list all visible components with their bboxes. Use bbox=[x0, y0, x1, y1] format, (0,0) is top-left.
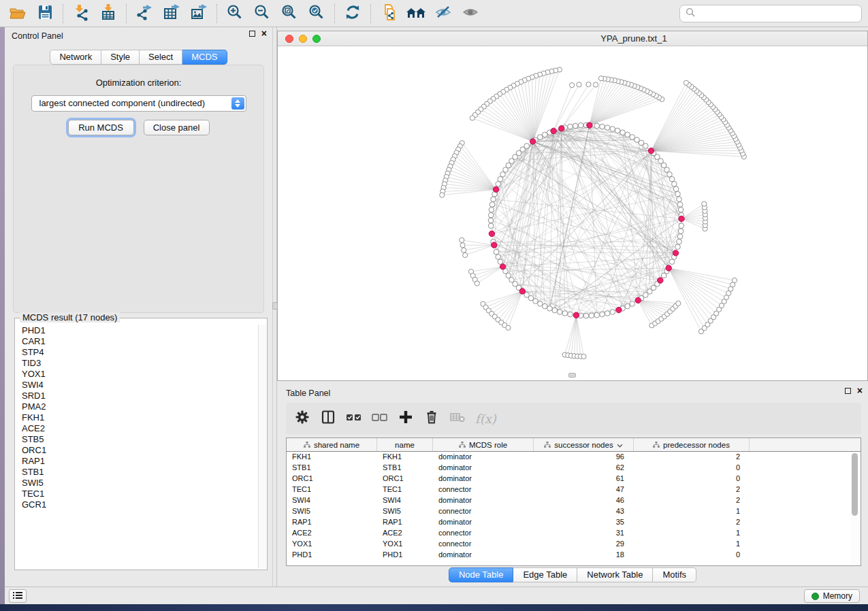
mcds-result-item[interactable]: CAR1 bbox=[22, 336, 258, 347]
close-panel-icon[interactable]: × bbox=[857, 388, 863, 394]
float-panel-icon[interactable] bbox=[845, 388, 851, 394]
optimization-criterion-dropdown[interactable]: largest connected component (undirected) bbox=[31, 95, 246, 112]
import-table-button[interactable] bbox=[95, 3, 122, 24]
mcds-result-item[interactable]: STB5 bbox=[22, 434, 258, 445]
delete-table-button[interactable] bbox=[449, 410, 466, 427]
cell-predecessor_nodes: 2 bbox=[634, 452, 750, 463]
table-settings-button[interactable] bbox=[294, 410, 310, 427]
mcds-result-item[interactable]: RAP1 bbox=[22, 456, 258, 467]
cell-predecessor_nodes: 0 bbox=[634, 550, 750, 561]
zoom-selected-button[interactable] bbox=[303, 3, 330, 24]
table-scrollbar[interactable] bbox=[850, 452, 859, 564]
table-row[interactable]: FKH1FKH1dominator962 bbox=[287, 452, 861, 463]
column-type-icon bbox=[653, 441, 660, 449]
table-row[interactable]: RAP1RAP1dominator352 bbox=[287, 517, 861, 528]
export-image-button[interactable] bbox=[185, 3, 212, 24]
show-hide-columns-button[interactable] bbox=[320, 410, 336, 427]
mcds-result-item[interactable]: PMA2 bbox=[22, 401, 258, 412]
delete-column-button[interactable] bbox=[423, 410, 440, 427]
table-scrollbar-thumb[interactable] bbox=[852, 453, 858, 516]
mcds-result-item[interactable]: ORC1 bbox=[22, 445, 258, 456]
export-table-button[interactable] bbox=[158, 3, 185, 24]
mcds-result-item[interactable]: SWI4 bbox=[22, 380, 258, 391]
show-all-button[interactable] bbox=[457, 3, 484, 24]
memory-status-icon bbox=[811, 593, 819, 600]
tab-edge-table[interactable]: Edge Table bbox=[513, 567, 577, 582]
mcds-result-scrollbar[interactable] bbox=[258, 325, 266, 569]
select-all-button[interactable] bbox=[346, 410, 362, 427]
node-table[interactable]: shared namenameMCDS rolesuccessor nodesp… bbox=[286, 437, 861, 566]
first-neighbors-button[interactable] bbox=[402, 3, 430, 24]
column-header-MCDS-role[interactable]: MCDS role bbox=[433, 438, 534, 451]
mcds-result-item[interactable]: TEC1 bbox=[22, 489, 258, 499]
tab-style[interactable]: Style bbox=[101, 50, 140, 65]
network-canvas[interactable] bbox=[278, 46, 867, 380]
cytoscape-window: Control Panel × NetworkStyleSelectMCDS O… bbox=[0, 0, 868, 604]
close-panel-button[interactable]: Close panel bbox=[144, 120, 210, 135]
mcds-result-item[interactable]: TID3 bbox=[22, 358, 258, 369]
mcds-result-item[interactable]: STP4 bbox=[22, 347, 258, 358]
zoom-selected-icon bbox=[308, 3, 325, 24]
tab-mcds[interactable]: MCDS bbox=[182, 50, 227, 65]
table-body: FKH1FKH1dominator962STB1STB1dominator620… bbox=[287, 452, 861, 561]
table-row[interactable]: SWI4SWI4dominator462 bbox=[287, 495, 861, 506]
table-row[interactable]: STB1STB1dominator620 bbox=[287, 463, 861, 474]
tab-motifs[interactable]: Motifs bbox=[653, 567, 696, 582]
table-row[interactable]: ORC1ORC1dominator610 bbox=[287, 474, 861, 484]
checked-boxes-icon bbox=[346, 410, 362, 427]
table-toolbar: f(x) bbox=[286, 403, 861, 434]
tab-node-table[interactable]: Node Table bbox=[449, 567, 514, 582]
close-panel-icon[interactable]: × bbox=[261, 31, 267, 37]
search-input[interactable] bbox=[699, 9, 861, 18]
memory-button[interactable]: Memory bbox=[804, 589, 860, 603]
table-row[interactable]: TEC1TEC1connector472 bbox=[287, 484, 861, 495]
save-session-button[interactable] bbox=[31, 3, 59, 24]
cell-successor_nodes: 43 bbox=[534, 506, 634, 517]
column-header-predecessor-nodes[interactable]: predecessor nodes bbox=[634, 438, 750, 451]
horizontal-splitter-handle[interactable] bbox=[568, 373, 576, 378]
cell-mcds_role: connector bbox=[433, 528, 534, 539]
zoom-fit-button[interactable] bbox=[276, 3, 303, 24]
import-network-button[interactable] bbox=[67, 3, 95, 24]
hide-selected-button[interactable] bbox=[430, 3, 457, 24]
tab-select[interactable]: Select bbox=[140, 50, 182, 65]
run-mcds-button[interactable]: Run MCDS bbox=[68, 120, 134, 135]
cell-shared_name: TEC1 bbox=[287, 484, 377, 495]
task-history-button[interactable] bbox=[9, 589, 27, 603]
mcds-result-item[interactable]: YOX1 bbox=[22, 369, 258, 380]
table-row[interactable]: PHD1PHD1dominator180 bbox=[287, 550, 861, 561]
table-row[interactable]: ACE2ACE2connector311 bbox=[287, 528, 861, 539]
network-titlebar[interactable]: YPA_prune.txt_1 bbox=[278, 31, 867, 46]
export-network-button[interactable] bbox=[131, 3, 158, 24]
function-builder-button[interactable]: f(x) bbox=[475, 410, 496, 427]
deselect-all-button[interactable] bbox=[372, 410, 388, 427]
mcds-result-item[interactable]: STB1 bbox=[22, 467, 258, 478]
column-header-name[interactable]: name bbox=[377, 438, 433, 451]
zoom-out-button[interactable] bbox=[248, 3, 276, 24]
table-row[interactable]: YOX1YOX1connector291 bbox=[287, 539, 861, 550]
float-panel-icon[interactable] bbox=[249, 31, 255, 37]
mcds-result-item[interactable]: GCR1 bbox=[22, 499, 258, 510]
search-box[interactable] bbox=[679, 5, 862, 22]
mcds-result-item[interactable]: ACE2 bbox=[22, 423, 258, 434]
tab-network-table[interactable]: Network Table bbox=[577, 567, 653, 582]
table-row[interactable]: SWI5SWI5connector431 bbox=[287, 506, 861, 517]
mcds-result-item[interactable]: SWI5 bbox=[22, 478, 258, 489]
column-header-successor-nodes[interactable]: successor nodes bbox=[534, 438, 634, 451]
add-column-button[interactable] bbox=[398, 410, 414, 427]
column-header-shared-name[interactable]: shared name bbox=[287, 438, 377, 451]
mcds-result-list[interactable]: PHD1CAR1STP4TID3YOX1SWI4SRD1PMA2FKH1ACE2… bbox=[15, 323, 258, 569]
clone-network-button[interactable] bbox=[375, 3, 402, 24]
cell-shared_name: ACE2 bbox=[287, 528, 377, 539]
cell-mcds_role: dominator bbox=[433, 550, 534, 561]
dropdown-value: largest connected component (undirected) bbox=[39, 98, 206, 108]
refresh-button[interactable] bbox=[339, 3, 366, 24]
zoom-in-button[interactable] bbox=[221, 3, 248, 24]
open-file-button[interactable] bbox=[4, 3, 31, 24]
mcds-result-item[interactable]: PHD1 bbox=[22, 325, 258, 336]
mcds-result-item[interactable]: SRD1 bbox=[22, 391, 258, 401]
network-window: YPA_prune.txt_1 bbox=[277, 31, 868, 381]
mcds-result-item[interactable]: FKH1 bbox=[22, 412, 258, 423]
vertical-splitter[interactable] bbox=[272, 27, 277, 587]
tab-network[interactable]: Network bbox=[50, 50, 101, 65]
